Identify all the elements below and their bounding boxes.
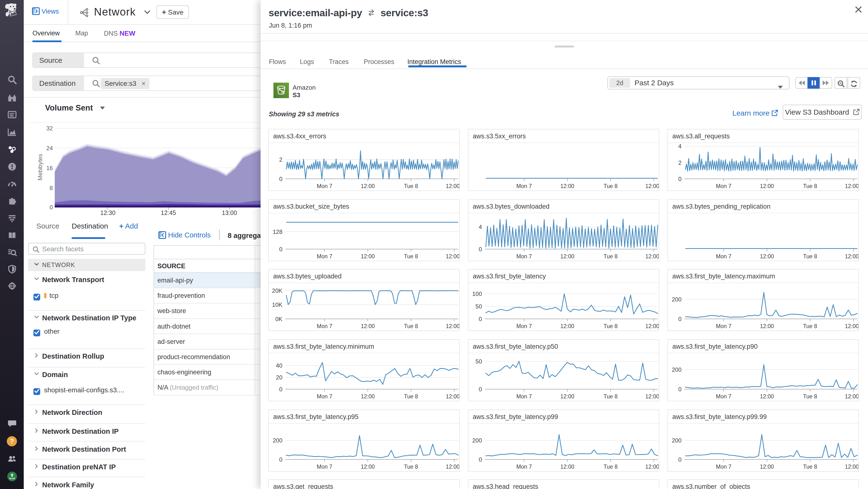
svg-text:Mon 7: Mon 7 (516, 393, 532, 400)
svg-text:12:00: 12:00 (845, 464, 859, 470)
svg-text:12:00: 12:00 (760, 183, 774, 189)
svg-text:Tue 8: Tue 8 (803, 393, 817, 400)
svg-text:20: 20 (276, 374, 282, 381)
svg-text:12:00: 12:00 (361, 253, 375, 260)
svg-text:Mon 7: Mon 7 (716, 183, 732, 189)
svg-text:Tue 8: Tue 8 (404, 253, 418, 260)
svg-text:0: 0 (279, 176, 282, 182)
svg-text:12:00: 12:00 (361, 464, 375, 470)
svg-text:12:00: 12:00 (560, 464, 575, 470)
svg-text:Mon 7: Mon 7 (317, 253, 332, 260)
svg-text:200: 200 (672, 437, 682, 444)
svg-text:4: 4 (479, 224, 482, 230)
svg-text:100: 100 (472, 291, 482, 297)
svg-text:Mon 7: Mon 7 (317, 393, 332, 400)
svg-text:2: 2 (279, 156, 282, 163)
svg-text:12:00: 12:00 (445, 253, 460, 260)
svg-text:0: 0 (279, 246, 282, 253)
svg-text:12:00: 12:00 (645, 393, 659, 400)
svg-text:128: 128 (273, 229, 282, 235)
svg-text:12:00: 12:00 (445, 393, 460, 400)
svg-text:2: 2 (678, 160, 682, 166)
svg-text:12:00: 12:00 (445, 464, 460, 470)
svg-text:12:00: 12:00 (445, 323, 460, 329)
svg-text:12:00: 12:00 (560, 323, 575, 329)
svg-text:200: 200 (672, 296, 682, 303)
svg-text:12:00: 12:00 (361, 183, 375, 189)
svg-text:12:00: 12:00 (845, 183, 859, 189)
svg-text:12:00: 12:00 (645, 253, 659, 260)
svg-text:10K: 10K (272, 301, 282, 308)
svg-text:Tue 8: Tue 8 (603, 323, 618, 329)
svg-text:Mon 7: Mon 7 (716, 323, 732, 329)
svg-text:Tue 8: Tue 8 (603, 253, 618, 260)
svg-text:0: 0 (678, 176, 682, 182)
svg-text:12:00: 12:00 (845, 253, 859, 260)
svg-text:Mon 7: Mon 7 (317, 464, 332, 470)
svg-text:50: 50 (475, 358, 482, 365)
svg-text:12:00: 12:00 (845, 393, 859, 400)
svg-text:Mon 7: Mon 7 (317, 183, 332, 189)
svg-text:Tue 8: Tue 8 (803, 464, 817, 470)
svg-text:12:00: 12:00 (445, 183, 460, 189)
svg-text:200: 200 (672, 366, 682, 373)
svg-text:Mon 7: Mon 7 (516, 253, 532, 260)
svg-text:0: 0 (479, 246, 482, 253)
svg-text:Tue 8: Tue 8 (404, 393, 418, 400)
svg-text:12:00: 12:00 (645, 323, 659, 329)
svg-text:0: 0 (678, 386, 682, 393)
svg-text:0: 0 (279, 456, 282, 463)
svg-text:Tue 8: Tue 8 (803, 183, 817, 189)
svg-text:Mon 7: Mon 7 (317, 323, 332, 329)
svg-text:Tue 8: Tue 8 (404, 183, 418, 189)
svg-text:Tue 8: Tue 8 (803, 253, 817, 260)
svg-text:12:00: 12:00 (760, 464, 774, 470)
svg-text:Mon 7: Mon 7 (716, 464, 732, 470)
svg-text:12:00: 12:00 (560, 183, 575, 189)
svg-text:0: 0 (678, 316, 682, 322)
svg-text:Mon 7: Mon 7 (516, 464, 532, 470)
svg-text:0: 0 (479, 316, 482, 322)
svg-text:0: 0 (479, 456, 482, 463)
svg-text:12:00: 12:00 (760, 253, 774, 260)
svg-text:Mon 7: Mon 7 (716, 253, 732, 260)
svg-text:0: 0 (479, 386, 482, 393)
svg-text:4: 4 (678, 143, 682, 149)
svg-text:Tue 8: Tue 8 (404, 464, 418, 470)
svg-text:Mon 7: Mon 7 (716, 393, 732, 400)
svg-text:12:00: 12:00 (361, 393, 375, 400)
svg-text:0K: 0K (275, 316, 282, 322)
svg-text:0: 0 (279, 386, 282, 393)
svg-text:40: 40 (276, 362, 282, 369)
svg-text:Mon 7: Mon 7 (516, 183, 532, 189)
svg-text:Mon 7: Mon 7 (516, 323, 532, 329)
svg-text:Tue 8: Tue 8 (603, 183, 618, 189)
svg-text:12:00: 12:00 (845, 323, 859, 329)
svg-text:12:00: 12:00 (645, 183, 659, 189)
svg-text:Tue 8: Tue 8 (803, 323, 817, 329)
svg-text:12:00: 12:00 (361, 323, 375, 329)
svg-text:200: 200 (472, 437, 482, 444)
svg-text:12:00: 12:00 (560, 393, 575, 400)
svg-text:Tue 8: Tue 8 (404, 323, 418, 329)
svg-text:0: 0 (678, 456, 682, 463)
svg-text:20K: 20K (272, 287, 282, 294)
svg-text:12:00: 12:00 (760, 323, 774, 329)
svg-text:12:00: 12:00 (560, 253, 575, 260)
svg-text:12:00: 12:00 (760, 393, 774, 400)
svg-text:12:00: 12:00 (645, 464, 659, 470)
svg-text:200: 200 (273, 437, 282, 444)
svg-text:50: 50 (475, 303, 482, 310)
svg-text:Tue 8: Tue 8 (603, 393, 618, 400)
svg-text:Tue 8: Tue 8 (603, 464, 618, 470)
